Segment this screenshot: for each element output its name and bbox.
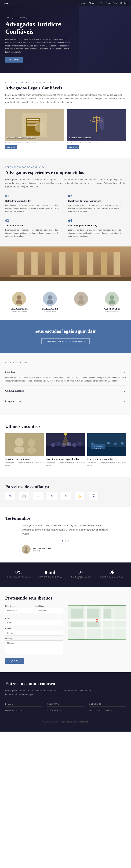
svg-point-31 — [17, 296, 21, 300]
service-civil-law-header[interactable]: Civil Law ∨ — [5, 370, 126, 374]
member-1-name: CÉLIA ALMEIDA — [5, 308, 33, 310]
phone-label: Phone — [5, 627, 63, 629]
hero-title: Advogados Jurídicos Confiáveis — [5, 21, 72, 35]
testimonial-dot-3[interactable] — [68, 540, 69, 541]
svg-point-7 — [35, 122, 45, 132]
service-criminal-defense-toggle[interactable]: ∨ — [124, 389, 126, 393]
svg-point-78 — [96, 620, 98, 621]
stat-2-num: 0 mil — [36, 569, 64, 575]
card2-cta-button[interactable]: LER MAIS — [67, 145, 79, 149]
partner-logo-7: 🏛 — [89, 492, 99, 500]
team-label: SEUS ADVOGADOS DE CONFIANÇA — [5, 166, 126, 168]
svg-rect-2 — [27, 119, 39, 120]
meeting-card-1-desc: At vero eos et accusam et justo duo dolo… — [5, 462, 44, 467]
service-corporate-law-toggle[interactable]: ∨ — [124, 399, 126, 403]
stat-1-num: 0% — [5, 569, 33, 575]
svg-rect-3 — [27, 121, 39, 122]
svg-rect-67 — [68, 628, 126, 629]
message-label: Message — [5, 638, 63, 640]
hero-subtitle: JUSTIÇA E PROTEÇÃO — [5, 17, 72, 19]
svg-point-38 — [109, 300, 115, 304]
feature-2-title: Excelência Jurídica Assegurada — [68, 200, 126, 203]
lastname-input[interactable] — [35, 608, 63, 613]
nav-logo[interactable]: logo — [3, 2, 8, 4]
card1-cta-button[interactable]: LER MAIS — [5, 145, 17, 149]
svg-point-50 — [72, 443, 76, 447]
cta-button[interactable]: Obtenha uma consulta gratuita — [41, 338, 90, 344]
footer-col-address: Endereço 123 Legal Street, São Paulo — [89, 703, 126, 712]
nav-faq[interactable]: FAQ — [98, 2, 102, 4]
phone-input[interactable] — [5, 630, 63, 636]
service-civil-law-toggle[interactable]: ∨ — [124, 370, 126, 374]
service-corporate-law-header[interactable]: Corporate Law ∨ — [5, 399, 126, 403]
email-label: Email — [5, 617, 63, 619]
form-grid: First Name Last Name Email Phone Message — [5, 605, 126, 663]
feature-3-desc: Lorem ipsum dolor sit amet, consectetur … — [5, 228, 63, 238]
map-placeholder — [68, 605, 126, 640]
partner-logo-3: ✉ — [33, 492, 43, 500]
svg-rect-69 — [101, 606, 103, 639]
firstname-input[interactable] — [5, 608, 33, 613]
nav-about[interactable]: About — [89, 2, 94, 4]
svg-rect-30 — [10, 275, 121, 277]
stat-2: 0 mil Vitórias no tribunal — [36, 569, 64, 580]
svg-point-40 — [15, 438, 24, 446]
message-input[interactable] — [5, 641, 63, 654]
meeting-card-2-content: Soluções Jurídicas Especializadas At ver… — [46, 456, 85, 468]
card1-image: Excelência Jurídica Assegurada — [5, 110, 64, 141]
svg-rect-29 — [0, 277, 131, 281]
team-member-3 — [67, 292, 95, 313]
team-title: Advogados experientes e comprometidos — [5, 170, 126, 175]
meeting-card-3-desc: At vero eos et accusam et justo duo dolo… — [87, 462, 126, 467]
testimonial-author: NAT REYNOLDS Gerente — [22, 545, 109, 554]
svg-rect-9 — [96, 116, 97, 132]
stat-4-num: 0k — [98, 569, 126, 575]
features-grid: 01 Defendendo seus direitos Lorem ipsum … — [5, 194, 126, 238]
svg-rect-71 — [71, 609, 83, 619]
svg-rect-20 — [18, 252, 24, 278]
testimonial-dot-2[interactable] — [65, 540, 66, 541]
feature-4-num: 04 — [68, 218, 126, 223]
form-name-row: First Name Last Name — [5, 605, 63, 615]
meeting-img-2 — [46, 433, 85, 456]
submit-button[interactable]: Enviar — [5, 658, 24, 663]
specialized-section: SOLUÇÕES JURÍDICAS ESPECIALIZADAS Advoga… — [0, 73, 131, 158]
form-email-group: Email — [5, 617, 63, 625]
nav-pricing[interactable]: Pricing Plan — [106, 2, 117, 4]
card2-overlay-title: Defendendo seus direitos — [69, 136, 91, 139]
author-role: Gerente — [33, 550, 51, 552]
nav-home[interactable]: Home — [80, 2, 86, 4]
meetings-title: Últimos encontros — [5, 424, 126, 429]
testimonial-dot-1[interactable] — [62, 540, 63, 541]
navbar: logo Home About FAQ Pricing Plan Contact — [0, 0, 131, 6]
service-criminal-defense-header[interactable]: Criminal Defense ∨ — [5, 389, 126, 393]
stat-1-label: Clientes satisfeitos — [5, 576, 33, 578]
svg-point-64 — [24, 550, 29, 553]
partner-logo-4: © — [47, 492, 57, 500]
partner-icon-4: © — [51, 494, 53, 498]
svg-text:MARCH FOR: MARCH FOR — [94, 446, 102, 448]
testimonials-title: Testemunhos — [5, 516, 126, 521]
stats-grid: 0% Clientes satisfeitos 0 mil Vitórias n… — [5, 569, 126, 580]
author-name: NAT REYNOLDS — [33, 547, 51, 550]
email-input[interactable] — [5, 620, 63, 625]
svg-marker-28 — [9, 248, 122, 252]
feature-3-num: 03 — [5, 218, 63, 223]
stat-3-label: Especialistas em direito — [67, 576, 95, 580]
svg-rect-27 — [113, 252, 120, 278]
member-1-role: Gerente de escritório — [5, 311, 33, 313]
hero-cta-button[interactable]: LER MAIS — [5, 57, 23, 63]
svg-rect-70 — [113, 606, 114, 639]
specialized-label: SOLUÇÕES JURÍDICAS ESPECIALIZADAS — [5, 82, 126, 84]
courthouse-image — [0, 246, 131, 281]
partners-section: Parceiros de confiança ⚖ 📋 ✉ © © ⚡ 🏛 — [0, 477, 131, 507]
courthouse-banner — [0, 246, 131, 281]
nav-contact[interactable]: Contact — [120, 2, 128, 4]
svg-rect-68 — [85, 606, 87, 639]
service-corporate-law: Corporate Law ∨ — [5, 396, 126, 406]
member-4-avatar — [105, 292, 119, 306]
feature-3: 03 Justiça e Proteção Lorem ipsum dolor … — [5, 218, 63, 238]
svg-rect-75 — [87, 622, 99, 627]
card-excellence: Excelência Jurídica Assegurada Sample te… — [5, 110, 64, 149]
services-section: NOSSOS SERVIÇOS Civil Law ∨ Lorem ipsum … — [0, 353, 131, 415]
